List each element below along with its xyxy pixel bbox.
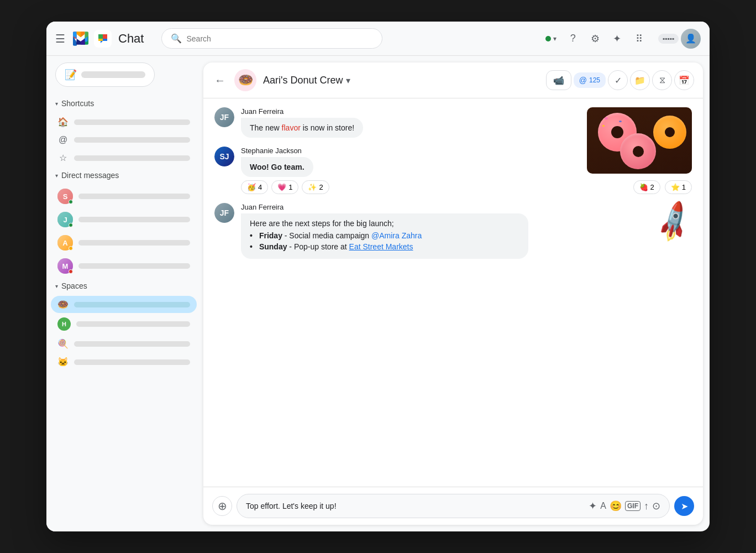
sidebar: 📝 ▾ Shortcuts 🏠 @ ☆ ▾ bbox=[46, 56, 201, 531]
msg3-bullet-2: Sunday - Pop-up store at Eat Street Mark… bbox=[250, 242, 519, 251]
msg2-text: Woo! Go team. bbox=[250, 163, 305, 171]
dm-section-header[interactable]: ▾ Direct messages bbox=[51, 168, 197, 183]
help-button[interactable]: ? bbox=[563, 29, 583, 49]
sidebar-space-donut[interactable]: 🍩 bbox=[51, 296, 197, 313]
new-chat-label bbox=[81, 71, 145, 78]
donut-3-hole bbox=[633, 146, 644, 157]
spaces-chevron-icon: ▾ bbox=[55, 283, 58, 289]
sidebar-item-home[interactable]: 🏠 bbox=[51, 113, 197, 131]
shortcuts-section-header[interactable]: ▾ Shortcuts bbox=[51, 96, 197, 111]
heart-emoji: 💗 bbox=[277, 183, 286, 191]
record-button[interactable]: ⊙ bbox=[652, 500, 660, 512]
message-3-sender: Juan Ferreira bbox=[241, 203, 561, 211]
add-attachment-button[interactable]: ⊕ bbox=[212, 496, 232, 516]
search-bar[interactable]: 🔍 bbox=[161, 28, 382, 49]
back-button[interactable]: ← bbox=[212, 72, 228, 89]
message-1-content: Juan Ferreira The new flavor is now in s… bbox=[241, 107, 561, 138]
sidebar-dm-4[interactable]: M bbox=[51, 255, 197, 277]
sprinkle-1 bbox=[605, 117, 608, 119]
shortcuts-chevron-icon: ▾ bbox=[55, 101, 58, 107]
sidebar-space-h[interactable]: H bbox=[51, 314, 197, 334]
sidebar-item-starred[interactable]: ☆ bbox=[51, 149, 197, 166]
donut-space-label bbox=[74, 302, 190, 307]
amira-mention: @Amira Zahra bbox=[371, 231, 422, 240]
reaction-party-1[interactable]: 🥳 4 bbox=[241, 180, 268, 194]
message-2-bubble: Woo! Go team. bbox=[241, 157, 313, 177]
star-emoji: ⭐ bbox=[671, 183, 680, 191]
float-reaction-star[interactable]: ⭐ 1 bbox=[665, 180, 692, 194]
search-input[interactable] bbox=[186, 34, 373, 43]
eat-street-link[interactable]: Eat Street Markets bbox=[349, 242, 413, 251]
chat-title-chevron-icon[interactable]: ▾ bbox=[346, 75, 350, 86]
settings-button[interactable]: ⚙ bbox=[585, 29, 605, 49]
status-indicator[interactable]: ▾ bbox=[541, 33, 561, 45]
menu-icon[interactable]: ☰ bbox=[55, 32, 65, 45]
status-dot bbox=[545, 36, 551, 41]
messages-area: JF Juan Ferreira The new flavor is now i… bbox=[203, 98, 703, 487]
integrations-button[interactable]: ⧖ bbox=[652, 70, 672, 90]
float-reaction-strawberry[interactable]: 🍓 2 bbox=[633, 180, 660, 194]
dm-status-3 bbox=[69, 246, 73, 251]
spaces-section-label: Spaces bbox=[61, 281, 87, 290]
top-bar-right: ▾ ? ⚙ ✦ ⠿ ▪▪▪▪▪ 👤 bbox=[541, 29, 701, 49]
gemini-icon: ✦ bbox=[613, 33, 621, 45]
gemini-button[interactable]: ✦ bbox=[607, 29, 627, 49]
video-call-button[interactable]: 📹 bbox=[546, 70, 571, 90]
message-input[interactable] bbox=[246, 502, 584, 510]
send-button[interactable]: ➤ bbox=[674, 496, 694, 516]
mentions-at-icon: @ bbox=[579, 76, 587, 85]
input-actions: ✦ A 😊 GIF ↑ ⊙ bbox=[589, 500, 660, 512]
dm-chevron-icon: ▾ bbox=[55, 173, 58, 179]
sidebar-dm-3[interactable]: A bbox=[51, 232, 197, 254]
juan-avatar-1: JF bbox=[214, 107, 234, 127]
stephanie-avatar: SJ bbox=[214, 147, 234, 166]
calendar-button[interactable]: 📅 bbox=[674, 70, 694, 90]
message-2-reactions: 🥳 4 💗 1 ✨ 2 bbox=[241, 180, 561, 194]
mentions-button[interactable]: @ 125 bbox=[574, 72, 606, 88]
video-icon: 📹 bbox=[553, 75, 564, 86]
donut-3 bbox=[620, 133, 656, 169]
juan-avatar-face-2: JF bbox=[214, 203, 234, 223]
files-button[interactable]: 📁 bbox=[630, 70, 650, 90]
home-label bbox=[74, 119, 190, 125]
star-count: 1 bbox=[682, 183, 686, 191]
gif-button[interactable]: GIF bbox=[625, 501, 641, 511]
sidebar-space-cat[interactable]: 🐱 bbox=[51, 353, 197, 371]
upload-button[interactable]: ↑ bbox=[644, 500, 649, 512]
settings-icon: ⚙ bbox=[591, 33, 600, 45]
new-chat-button[interactable]: 📝 bbox=[55, 62, 155, 87]
chat-right-side: 🍓 2 ⭐ 1 🚀 bbox=[570, 107, 692, 259]
sidebar-space-candy[interactable]: 🍭 bbox=[51, 335, 197, 352]
message-group-3: JF Juan Ferreira Here are the next steps… bbox=[214, 203, 561, 259]
chat-panel: ← 🍩 Aari's Donut Crew ▾ 📹 @ 125 bbox=[203, 62, 703, 525]
sidebar-dm-2[interactable]: J bbox=[51, 208, 197, 231]
emoji-button[interactable]: 😊 bbox=[610, 500, 622, 512]
reaction-sparkle[interactable]: ✨ 2 bbox=[302, 180, 329, 194]
tasks-icon: ✓ bbox=[615, 75, 622, 86]
reaction-heart[interactable]: 💗 1 bbox=[271, 180, 298, 194]
mentions-icon: @ bbox=[57, 135, 69, 145]
user-avatar[interactable]: 👤 bbox=[681, 29, 701, 49]
status-chevron: ▾ bbox=[553, 35, 556, 43]
donut-2 bbox=[653, 116, 686, 149]
calendar-icon: 📅 bbox=[679, 75, 690, 86]
sidebar-dm-1[interactable]: S bbox=[51, 185, 197, 207]
format-button[interactable]: A bbox=[600, 501, 606, 511]
heart-count: 1 bbox=[288, 183, 292, 191]
strawberry-count: 2 bbox=[650, 183, 654, 191]
new-chat-icon: 📝 bbox=[65, 69, 77, 81]
sidebar-item-mentions[interactable]: @ bbox=[51, 132, 197, 148]
candy-space-label bbox=[74, 341, 190, 347]
gemini-input-button[interactable]: ✦ bbox=[589, 500, 597, 512]
tasks-button[interactable]: ✓ bbox=[608, 70, 628, 90]
dm-status-4 bbox=[69, 269, 73, 274]
spaces-section-header[interactable]: ▾ Spaces bbox=[51, 278, 197, 294]
space-h-icon: H bbox=[57, 317, 71, 331]
files-icon: 📁 bbox=[634, 75, 645, 86]
message-group-2: SJ Stephanie Jackson Woo! Go team. 🥳 bbox=[214, 147, 561, 194]
message-3-content: Juan Ferreira Here are the next steps fo… bbox=[241, 203, 561, 259]
apps-button[interactable]: ⠿ bbox=[629, 29, 649, 49]
plus-icon: ⊕ bbox=[218, 499, 227, 513]
message-1-sender: Juan Ferreira bbox=[241, 107, 561, 116]
starred-label bbox=[74, 155, 190, 161]
